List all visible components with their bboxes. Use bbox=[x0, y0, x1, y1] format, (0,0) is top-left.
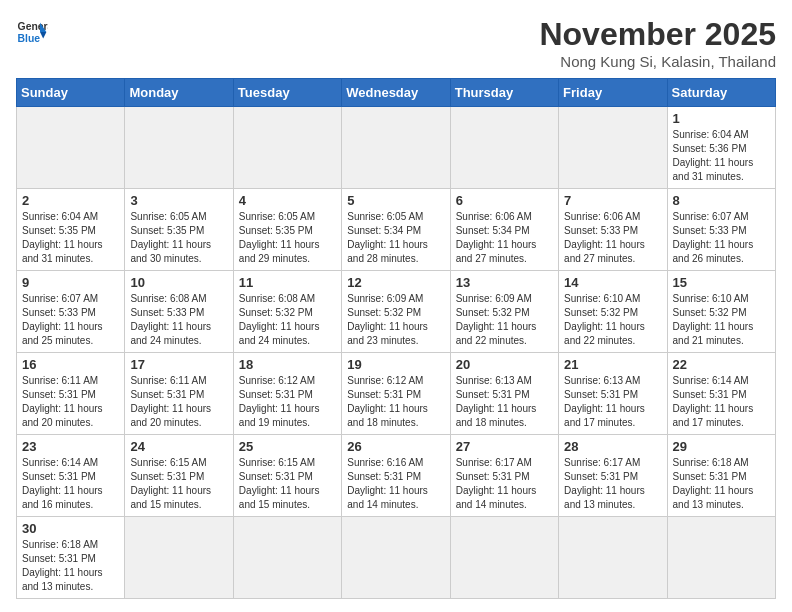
calendar-cell: 9Sunrise: 6:07 AM Sunset: 5:33 PM Daylig… bbox=[17, 271, 125, 353]
calendar-cell: 5Sunrise: 6:05 AM Sunset: 5:34 PM Daylig… bbox=[342, 189, 450, 271]
day-info: Sunrise: 6:08 AM Sunset: 5:33 PM Dayligh… bbox=[130, 292, 227, 348]
day-info: Sunrise: 6:17 AM Sunset: 5:31 PM Dayligh… bbox=[564, 456, 661, 512]
calendar-cell: 2Sunrise: 6:04 AM Sunset: 5:35 PM Daylig… bbox=[17, 189, 125, 271]
day-info: Sunrise: 6:13 AM Sunset: 5:31 PM Dayligh… bbox=[564, 374, 661, 430]
logo: General Blue bbox=[16, 16, 48, 48]
calendar-cell bbox=[450, 107, 558, 189]
calendar-cell: 22Sunrise: 6:14 AM Sunset: 5:31 PM Dayli… bbox=[667, 353, 775, 435]
header-thursday: Thursday bbox=[450, 79, 558, 107]
day-info: Sunrise: 6:14 AM Sunset: 5:31 PM Dayligh… bbox=[22, 456, 119, 512]
calendar-cell: 10Sunrise: 6:08 AM Sunset: 5:33 PM Dayli… bbox=[125, 271, 233, 353]
day-number: 28 bbox=[564, 439, 661, 454]
logo-icon: General Blue bbox=[16, 16, 48, 48]
day-number: 3 bbox=[130, 193, 227, 208]
svg-marker-3 bbox=[40, 32, 46, 38]
day-info: Sunrise: 6:13 AM Sunset: 5:31 PM Dayligh… bbox=[456, 374, 553, 430]
day-info: Sunrise: 6:10 AM Sunset: 5:32 PM Dayligh… bbox=[564, 292, 661, 348]
day-number: 4 bbox=[239, 193, 336, 208]
calendar-cell: 25Sunrise: 6:15 AM Sunset: 5:31 PM Dayli… bbox=[233, 435, 341, 517]
calendar-cell: 27Sunrise: 6:17 AM Sunset: 5:31 PM Dayli… bbox=[450, 435, 558, 517]
calendar-row: 2Sunrise: 6:04 AM Sunset: 5:35 PM Daylig… bbox=[17, 189, 776, 271]
day-info: Sunrise: 6:18 AM Sunset: 5:31 PM Dayligh… bbox=[22, 538, 119, 594]
calendar-cell bbox=[125, 107, 233, 189]
day-info: Sunrise: 6:08 AM Sunset: 5:32 PM Dayligh… bbox=[239, 292, 336, 348]
day-number: 26 bbox=[347, 439, 444, 454]
day-info: Sunrise: 6:05 AM Sunset: 5:35 PM Dayligh… bbox=[130, 210, 227, 266]
day-info: Sunrise: 6:04 AM Sunset: 5:35 PM Dayligh… bbox=[22, 210, 119, 266]
day-info: Sunrise: 6:06 AM Sunset: 5:33 PM Dayligh… bbox=[564, 210, 661, 266]
day-info: Sunrise: 6:11 AM Sunset: 5:31 PM Dayligh… bbox=[22, 374, 119, 430]
day-number: 18 bbox=[239, 357, 336, 372]
calendar-header: SundayMondayTuesdayWednesdayThursdayFrid… bbox=[17, 79, 776, 107]
day-number: 14 bbox=[564, 275, 661, 290]
calendar-cell bbox=[17, 107, 125, 189]
calendar-cell bbox=[667, 517, 775, 599]
location: Nong Kung Si, Kalasin, Thailand bbox=[539, 53, 776, 70]
day-info: Sunrise: 6:07 AM Sunset: 5:33 PM Dayligh… bbox=[22, 292, 119, 348]
day-number: 9 bbox=[22, 275, 119, 290]
calendar-cell: 1Sunrise: 6:04 AM Sunset: 5:36 PM Daylig… bbox=[667, 107, 775, 189]
calendar-cell: 16Sunrise: 6:11 AM Sunset: 5:31 PM Dayli… bbox=[17, 353, 125, 435]
day-number: 13 bbox=[456, 275, 553, 290]
calendar-cell: 6Sunrise: 6:06 AM Sunset: 5:34 PM Daylig… bbox=[450, 189, 558, 271]
calendar-cell bbox=[559, 517, 667, 599]
day-number: 29 bbox=[673, 439, 770, 454]
calendar-cell: 23Sunrise: 6:14 AM Sunset: 5:31 PM Dayli… bbox=[17, 435, 125, 517]
day-number: 5 bbox=[347, 193, 444, 208]
calendar-row: 23Sunrise: 6:14 AM Sunset: 5:31 PM Dayli… bbox=[17, 435, 776, 517]
calendar-cell bbox=[450, 517, 558, 599]
calendar-cell: 8Sunrise: 6:07 AM Sunset: 5:33 PM Daylig… bbox=[667, 189, 775, 271]
day-info: Sunrise: 6:06 AM Sunset: 5:34 PM Dayligh… bbox=[456, 210, 553, 266]
day-info: Sunrise: 6:18 AM Sunset: 5:31 PM Dayligh… bbox=[673, 456, 770, 512]
day-info: Sunrise: 6:09 AM Sunset: 5:32 PM Dayligh… bbox=[456, 292, 553, 348]
day-number: 16 bbox=[22, 357, 119, 372]
day-number: 1 bbox=[673, 111, 770, 126]
day-info: Sunrise: 6:15 AM Sunset: 5:31 PM Dayligh… bbox=[130, 456, 227, 512]
day-info: Sunrise: 6:05 AM Sunset: 5:34 PM Dayligh… bbox=[347, 210, 444, 266]
header-wednesday: Wednesday bbox=[342, 79, 450, 107]
day-info: Sunrise: 6:14 AM Sunset: 5:31 PM Dayligh… bbox=[673, 374, 770, 430]
day-number: 27 bbox=[456, 439, 553, 454]
calendar-cell bbox=[342, 107, 450, 189]
header-sunday: Sunday bbox=[17, 79, 125, 107]
calendar-cell: 14Sunrise: 6:10 AM Sunset: 5:32 PM Dayli… bbox=[559, 271, 667, 353]
day-number: 12 bbox=[347, 275, 444, 290]
header-saturday: Saturday bbox=[667, 79, 775, 107]
day-number: 8 bbox=[673, 193, 770, 208]
calendar-cell: 18Sunrise: 6:12 AM Sunset: 5:31 PM Dayli… bbox=[233, 353, 341, 435]
day-info: Sunrise: 6:17 AM Sunset: 5:31 PM Dayligh… bbox=[456, 456, 553, 512]
calendar-cell: 12Sunrise: 6:09 AM Sunset: 5:32 PM Dayli… bbox=[342, 271, 450, 353]
calendar-row: 30Sunrise: 6:18 AM Sunset: 5:31 PM Dayli… bbox=[17, 517, 776, 599]
day-number: 21 bbox=[564, 357, 661, 372]
calendar-cell bbox=[559, 107, 667, 189]
day-info: Sunrise: 6:16 AM Sunset: 5:31 PM Dayligh… bbox=[347, 456, 444, 512]
day-number: 23 bbox=[22, 439, 119, 454]
day-number: 22 bbox=[673, 357, 770, 372]
page-header: General Blue November 2025 Nong Kung Si,… bbox=[16, 16, 776, 70]
calendar-cell: 20Sunrise: 6:13 AM Sunset: 5:31 PM Dayli… bbox=[450, 353, 558, 435]
day-number: 10 bbox=[130, 275, 227, 290]
day-number: 6 bbox=[456, 193, 553, 208]
day-number: 25 bbox=[239, 439, 336, 454]
calendar-cell: 17Sunrise: 6:11 AM Sunset: 5:31 PM Dayli… bbox=[125, 353, 233, 435]
svg-text:Blue: Blue bbox=[18, 33, 41, 44]
calendar-cell: 11Sunrise: 6:08 AM Sunset: 5:32 PM Dayli… bbox=[233, 271, 341, 353]
day-number: 11 bbox=[239, 275, 336, 290]
calendar-cell bbox=[342, 517, 450, 599]
day-info: Sunrise: 6:09 AM Sunset: 5:32 PM Dayligh… bbox=[347, 292, 444, 348]
header-tuesday: Tuesday bbox=[233, 79, 341, 107]
day-number: 2 bbox=[22, 193, 119, 208]
header-friday: Friday bbox=[559, 79, 667, 107]
day-info: Sunrise: 6:12 AM Sunset: 5:31 PM Dayligh… bbox=[347, 374, 444, 430]
calendar-cell: 15Sunrise: 6:10 AM Sunset: 5:32 PM Dayli… bbox=[667, 271, 775, 353]
calendar-cell: 4Sunrise: 6:05 AM Sunset: 5:35 PM Daylig… bbox=[233, 189, 341, 271]
day-info: Sunrise: 6:04 AM Sunset: 5:36 PM Dayligh… bbox=[673, 128, 770, 184]
calendar-cell: 21Sunrise: 6:13 AM Sunset: 5:31 PM Dayli… bbox=[559, 353, 667, 435]
day-info: Sunrise: 6:07 AM Sunset: 5:33 PM Dayligh… bbox=[673, 210, 770, 266]
day-info: Sunrise: 6:15 AM Sunset: 5:31 PM Dayligh… bbox=[239, 456, 336, 512]
day-number: 20 bbox=[456, 357, 553, 372]
calendar-cell: 13Sunrise: 6:09 AM Sunset: 5:32 PM Dayli… bbox=[450, 271, 558, 353]
day-number: 24 bbox=[130, 439, 227, 454]
title-block: November 2025 Nong Kung Si, Kalasin, Tha… bbox=[539, 16, 776, 70]
calendar-row: 1Sunrise: 6:04 AM Sunset: 5:36 PM Daylig… bbox=[17, 107, 776, 189]
